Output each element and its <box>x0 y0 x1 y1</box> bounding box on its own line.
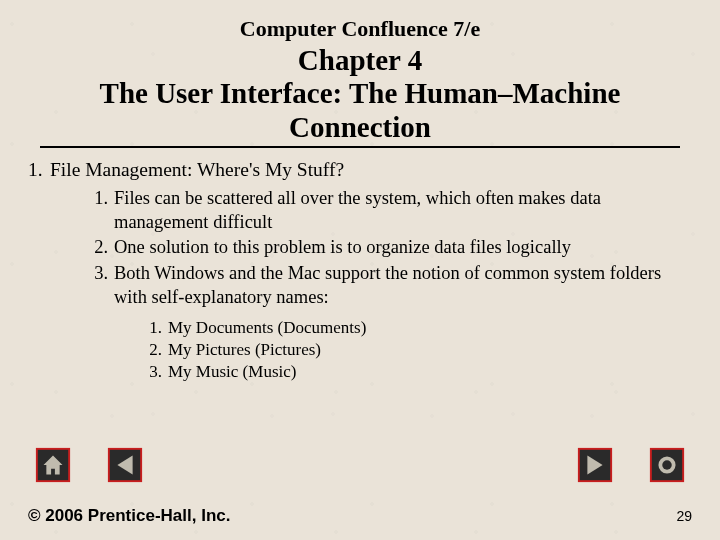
list-number: 2. <box>86 236 108 260</box>
chapter-number: Chapter 4 <box>100 44 621 77</box>
home-button[interactable] <box>34 448 72 486</box>
list-number: 1. <box>86 187 108 234</box>
svg-point-9 <box>662 460 672 470</box>
outline-level2-item: 3. Both Windows and the Mac support the … <box>86 262 684 309</box>
slide: Computer Confluence 7/e Chapter 4 The Us… <box>0 0 720 540</box>
prev-button[interactable] <box>106 448 144 486</box>
list-text: Files can be scattered all over the syst… <box>114 187 684 234</box>
end-button[interactable] <box>648 448 686 486</box>
chapter-heading: Chapter 4 The User Interface: The Human–… <box>40 44 681 148</box>
list-text: My Documents (Documents) <box>168 317 366 339</box>
list-text: Both Windows and the Mac support the not… <box>114 262 684 309</box>
outline: 1. File Management: Where's My Stuff? 1.… <box>0 158 720 383</box>
list-text: My Music (Music) <box>168 361 296 383</box>
outline-level3-item: 1. My Documents (Documents) <box>140 317 684 339</box>
list-number: 2. <box>140 339 162 361</box>
outline-level3-item: 3. My Music (Music) <box>140 361 684 383</box>
end-icon <box>648 446 686 488</box>
outline-level2-item: 1. Files can be scattered all over the s… <box>86 187 684 234</box>
list-number: 3. <box>140 361 162 383</box>
nav-row <box>0 448 720 486</box>
list-number: 1. <box>28 158 50 183</box>
nav-group-left <box>34 448 144 486</box>
chapter-title-line1: The User Interface: The Human–Machine <box>100 77 621 110</box>
outline-level2-list: 1. Files can be scattered all over the s… <box>86 187 684 309</box>
next-icon <box>576 446 614 488</box>
home-icon <box>34 446 72 488</box>
list-number: 1. <box>140 317 162 339</box>
chapter-title-line2: Connection <box>100 111 621 144</box>
list-number: 3. <box>86 262 108 309</box>
next-button[interactable] <box>576 448 614 486</box>
page-number: 29 <box>676 508 692 524</box>
outline-level3-list: 1. My Documents (Documents) 2. My Pictur… <box>140 317 684 382</box>
prev-icon <box>106 446 144 488</box>
list-text: File Management: Where's My Stuff? <box>50 158 344 183</box>
footer: © 2006 Prentice-Hall, Inc. 29 <box>0 506 720 526</box>
book-title: Computer Confluence 7/e <box>0 16 720 42</box>
list-text: My Pictures (Pictures) <box>168 339 321 361</box>
outline-level3-item: 2. My Pictures (Pictures) <box>140 339 684 361</box>
outline-level1-item: 1. File Management: Where's My Stuff? <box>28 158 684 183</box>
list-text: One solution to this problem is to organ… <box>114 236 571 260</box>
outline-level2-item: 2. One solution to this problem is to or… <box>86 236 684 260</box>
nav-group-right <box>576 448 686 486</box>
copyright-text: © 2006 Prentice-Hall, Inc. <box>28 506 230 526</box>
